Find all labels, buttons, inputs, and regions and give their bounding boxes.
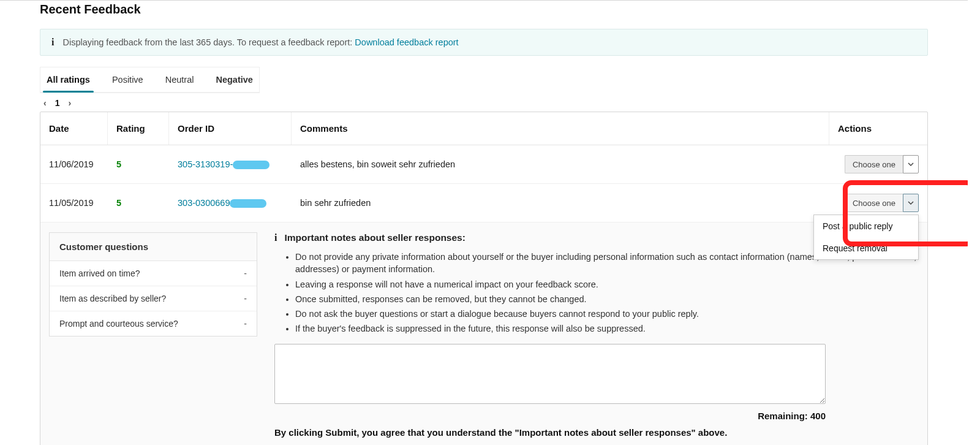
cell-rating: 5 <box>108 184 169 221</box>
redacted-mask <box>233 161 270 169</box>
info-banner: i Displaying feedback from the last 365 … <box>40 29 928 56</box>
cell-comment: bin sehr zufrieden <box>292 184 829 221</box>
notes-title: Important notes about seller responses: <box>284 232 465 243</box>
tab-negative[interactable]: Negative <box>212 67 256 92</box>
response-textarea[interactable] <box>274 344 826 404</box>
actions-dropdown-label: Choose one <box>845 155 903 173</box>
table-row: 11/06/2019 5 305-3130319- alles bestens,… <box>40 145 927 184</box>
th-date: Date <box>40 112 108 145</box>
cell-comment: alles bestens, bin soweit sehr zufrieden <box>292 146 829 183</box>
note-bullet: If the buyer's feedback is suppressed in… <box>295 322 919 335</box>
order-link[interactable]: 305-3130319- <box>178 159 270 169</box>
download-report-link[interactable]: Download feedback report <box>355 37 458 47</box>
question-row: Item as described by seller? - <box>50 286 257 311</box>
actions-dropdown-label: Choose one <box>845 194 903 212</box>
actions-dropdown-menu: Post a public reply Request removal <box>813 215 919 260</box>
note-bullet: Do not ask the buyer questions or start … <box>295 308 919 320</box>
question-value: - <box>244 268 247 278</box>
cell-actions: Choose one <box>829 145 927 183</box>
pager-prev-icon[interactable]: ‹ <box>43 98 47 108</box>
question-row: Prompt and courteous service? - <box>50 311 257 336</box>
cell-date: 11/06/2019 <box>40 146 108 183</box>
char-remaining: Remaining: 400 <box>274 411 826 421</box>
tab-all-ratings[interactable]: All ratings <box>43 67 94 92</box>
cell-rating: 5 <box>108 146 169 183</box>
tab-positive[interactable]: Positive <box>108 67 147 92</box>
tab-neutral[interactable]: Neutral <box>162 67 198 92</box>
question-label: Item arrived on time? <box>59 268 140 278</box>
info-icon: i <box>274 232 277 243</box>
question-label: Item as described by seller? <box>59 294 166 303</box>
expanded-panel: Customer questions Item arrived on time?… <box>40 222 927 445</box>
actions-dropdown[interactable]: Choose one <box>845 155 919 173</box>
customer-questions-title: Customer questions <box>50 233 257 261</box>
customer-questions-panel: Customer questions Item arrived on time?… <box>49 232 257 445</box>
note-bullet: Once submitted, responses can be removed… <box>295 293 919 305</box>
dropdown-item-public-reply[interactable]: Post a public reply <box>814 215 918 237</box>
cell-date: 11/05/2019 <box>40 184 108 221</box>
cell-actions: Choose one Post a public reply Request r… <box>829 184 927 222</box>
table-header: Date Rating Order ID Comments Actions <box>40 112 927 145</box>
section-title: Recent Feedback <box>40 2 928 17</box>
chevron-down-icon[interactable] <box>903 155 919 173</box>
th-comments: Comments <box>292 112 829 145</box>
pager: ‹ 1 › <box>40 93 928 112</box>
info-icon: i <box>51 37 54 48</box>
question-label: Prompt and courteous service? <box>59 319 178 329</box>
seller-response-panel: i Important notes about seller responses… <box>274 232 919 445</box>
pager-page-number: 1 <box>55 98 60 108</box>
pager-next-icon[interactable]: › <box>68 98 71 108</box>
order-link[interactable]: 303-0300669 <box>178 198 266 208</box>
note-bullet: Leaving a response will not have a numer… <box>295 278 919 291</box>
cell-order-id: 303-0300669 <box>169 184 292 221</box>
dropdown-item-request-removal[interactable]: Request removal <box>814 237 918 259</box>
question-value: - <box>244 319 247 329</box>
question-row: Item arrived on time? - <box>50 261 257 286</box>
banner-text: Displaying feedback from the last 365 da… <box>62 37 355 47</box>
agree-text: By clicking Submit, you agree that you u… <box>274 427 919 438</box>
cell-order-id: 305-3130319- <box>169 146 292 183</box>
th-rating: Rating <box>108 112 169 145</box>
rating-tabs: All ratings Positive Neutral Negative <box>40 67 259 93</box>
notes-list: Do not provide any private information a… <box>274 251 919 335</box>
question-value: - <box>244 294 247 303</box>
actions-dropdown[interactable]: Choose one Post a public reply Request r… <box>845 194 919 212</box>
th-actions: Actions <box>829 112 927 145</box>
th-order-id: Order ID <box>169 112 292 145</box>
feedback-table: Date Rating Order ID Comments Actions 11… <box>40 112 928 445</box>
table-row: 11/05/2019 5 303-0300669 bin sehr zufrie… <box>40 184 927 222</box>
redacted-mask <box>230 199 266 208</box>
chevron-down-icon[interactable] <box>903 194 919 212</box>
